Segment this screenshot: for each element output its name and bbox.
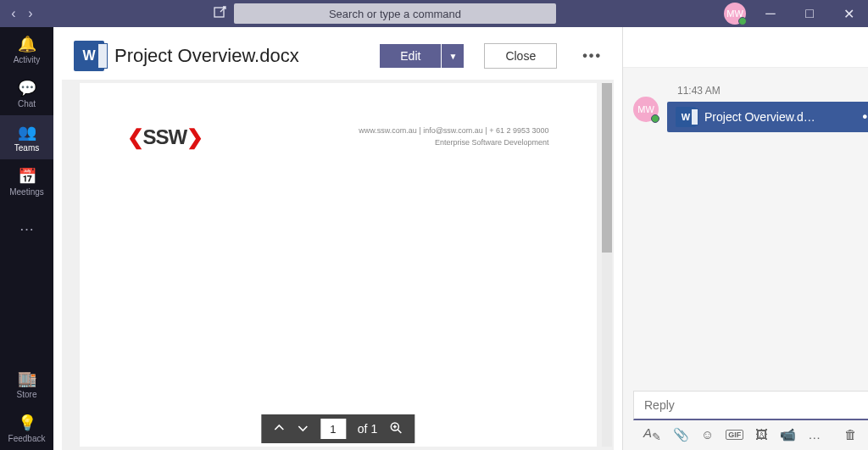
sidebar-item-feedback[interactable]: 💡 Feedback <box>0 406 53 450</box>
window-minimize[interactable]: ─ <box>751 0 790 27</box>
page-down-icon[interactable] <box>297 422 309 436</box>
sidebar-item-meetings[interactable]: 📅 Meetings <box>0 159 53 203</box>
search-placeholder: Search or type a command <box>329 8 461 20</box>
sidebar-item-teams[interactable]: 👥 Teams <box>0 115 53 159</box>
window-close[interactable]: ✕ <box>829 0 868 27</box>
chat-body: MW 11:43 AM W Project Overview.d… ••• <box>623 68 868 382</box>
lightbulb-icon: 💡 <box>18 414 36 432</box>
edit-dropdown[interactable]: ▼ <box>442 44 464 68</box>
store-icon: 🏬 <box>18 369 36 388</box>
document-area: W Project Overview.docx Edit ▼ Close •••… <box>53 27 623 450</box>
document-page: ❮SSW❯ www.ssw.com.au | info@ssw.com.au |… <box>80 83 597 447</box>
message-timestamp: 11:43 AM <box>667 80 868 102</box>
close-button[interactable]: Close <box>484 43 557 69</box>
sidebar-label: Chat <box>18 99 36 108</box>
document-title: Project Overview.docx <box>114 45 370 67</box>
page-number-input[interactable] <box>320 419 346 439</box>
svg-line-2 <box>398 430 401 433</box>
nav-forward[interactable]: › <box>22 0 39 27</box>
sidebar-item-activity[interactable]: 🔔 Activity <box>0 27 53 71</box>
chat-header <box>623 27 868 68</box>
sidebar-item-store[interactable]: 🏬 Store <box>0 362 53 406</box>
window-maximize[interactable]: □ <box>790 0 829 27</box>
sidebar-label: Activity <box>14 55 41 64</box>
edit-button[interactable]: Edit <box>380 44 441 68</box>
document-header: W Project Overview.docx Edit ▼ Close ••• <box>53 27 622 80</box>
scrollbar-thumb[interactable] <box>602 83 612 253</box>
sidebar-label: Store <box>17 390 37 399</box>
file-name: Project Overview.d… <box>704 110 854 124</box>
word-icon: W <box>676 107 696 127</box>
sidebar-item-more[interactable]: … <box>0 203 53 247</box>
app-sidebar: 🔔 Activity 💬 Chat 👥 Teams 📅 Meetings … 🏬… <box>0 27 53 450</box>
chat-icon: 💬 <box>18 79 36 97</box>
sticker-icon[interactable]: 🖼 <box>755 427 768 442</box>
emoji-icon[interactable]: ☺ <box>701 427 714 442</box>
teams-icon: 👥 <box>18 123 36 142</box>
doc-more-icon[interactable]: ••• <box>582 48 602 64</box>
nav-back[interactable]: ‹ <box>5 0 22 27</box>
calendar-icon: 📅 <box>18 167 36 186</box>
word-icon: W <box>74 41 104 71</box>
page-up-icon[interactable] <box>273 422 285 436</box>
delete-icon[interactable]: 🗑 <box>844 427 857 442</box>
page-navigation: of 1 <box>261 414 415 443</box>
titlebar: ‹ › Search or type a command MW ─ □ ✕ <box>0 0 868 27</box>
company-logo: ❮SSW❯ <box>127 125 203 149</box>
presence-indicator <box>651 114 659 123</box>
letterhead-text: www.ssw.com.au | info@ssw.com.au | + 61 … <box>359 125 548 148</box>
more-icon: … <box>19 217 35 235</box>
page-total: of 1 <box>358 422 377 436</box>
sidebar-label: Teams <box>14 143 39 153</box>
chat-pane: MW 11:43 AM W Project Overview.d… ••• A✎… <box>623 27 868 450</box>
bell-icon: 🔔 <box>18 35 36 53</box>
sidebar-label: Meetings <box>9 187 44 197</box>
compose-toolbar: A✎ 📎 ☺ GIF 🖼 📹 … 🗑 ➤ <box>633 420 868 450</box>
file-attachment-card[interactable]: W Project Overview.d… ••• <box>667 102 868 132</box>
presence-indicator <box>738 17 747 25</box>
attach-icon[interactable]: 📎 <box>673 427 689 442</box>
message-avatar[interactable]: MW <box>633 97 659 122</box>
format-icon[interactable]: A✎ <box>643 425 661 443</box>
svg-rect-0 <box>214 8 224 17</box>
compose-more-icon[interactable]: … <box>808 427 821 442</box>
sidebar-item-chat[interactable]: 💬 Chat <box>0 71 53 115</box>
search-input[interactable]: Search or type a command <box>234 3 556 24</box>
meet-now-icon[interactable]: 📹 <box>780 427 796 442</box>
gif-icon[interactable]: GIF <box>726 430 743 440</box>
reply-input[interactable] <box>633 391 868 420</box>
zoom-icon[interactable] <box>389 421 403 437</box>
compose-icon[interactable] <box>214 5 227 22</box>
document-viewer: ❮SSW❯ www.ssw.com.au | info@ssw.com.au |… <box>62 80 614 450</box>
user-avatar[interactable]: MW <box>724 3 746 25</box>
file-more-icon[interactable]: ••• <box>863 109 868 125</box>
sidebar-label: Feedback <box>8 434 46 443</box>
